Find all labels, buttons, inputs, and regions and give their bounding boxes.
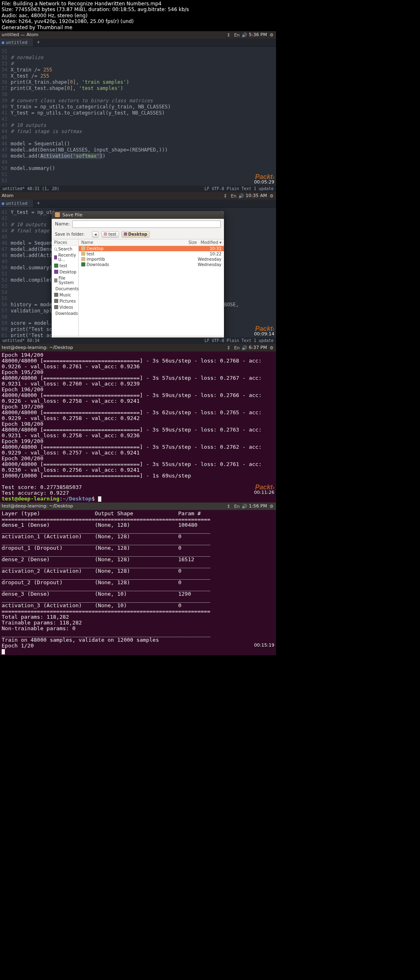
- clock: 5:36 PM: [249, 32, 267, 37]
- place-item[interactable]: Recently U…: [52, 252, 78, 263]
- place-item[interactable]: Pictures: [52, 298, 78, 304]
- frame-timestamp: 00:09:14: [254, 331, 274, 337]
- col-name[interactable]: Name: [81, 240, 180, 245]
- keyboard-icon: En: [234, 32, 239, 37]
- status-right: LF UTF-8 Plain Text 1 update: [204, 338, 274, 343]
- thumbnail-2: Atom ↕ En 🔊 10:35 AM ⚙ untitled + 41 42 …: [0, 192, 276, 344]
- gear-icon: ⚙: [269, 32, 274, 37]
- file-browser: Places SearchRecently U…testDesktopFile …: [52, 239, 224, 336]
- window-title: untitled — Atom: [2, 32, 227, 37]
- tab-bar: untitled +: [0, 39, 276, 47]
- atom-editor: untitled + 41 42 43 44 45 46 47 48 49 50…: [0, 200, 276, 344]
- meta-file: File: Building a Network to Recognize Ha…: [2, 1, 418, 7]
- file-row[interactable]: test10:22: [79, 251, 224, 257]
- status-bar: untitled* 48:31 (1, 20) LF UTF-8 Plain T…: [0, 186, 276, 192]
- new-tab-button[interactable]: +: [34, 38, 43, 46]
- window-title: test@deep-learning: ~/Desktop: [2, 345, 227, 350]
- gear-icon: ⚙: [269, 345, 274, 350]
- sound-icon: 🔊: [238, 193, 243, 198]
- file-metadata: File: Building a Network to Recognize Ha…: [0, 0, 420, 31]
- tray-icons: ↕ En 🔊 10:35 AM ⚙: [224, 193, 274, 198]
- sound-icon: 🔊: [242, 345, 247, 350]
- save-file-dialog: Save File Name: Save in folder: ◂ test D…: [52, 211, 224, 349]
- gear-icon: ⚙: [269, 504, 274, 508]
- folder-label: Save in folder:: [55, 232, 84, 236]
- window-title: test@deep-learning: ~/Desktop: [2, 503, 227, 509]
- indicator-icon: ↕: [227, 32, 232, 37]
- clock: 6:37 PM: [249, 345, 267, 350]
- place-item[interactable]: Music: [52, 292, 78, 298]
- name-label: Name:: [55, 221, 70, 227]
- keyboard-icon: En: [234, 504, 239, 508]
- place-item[interactable]: Videos: [52, 304, 78, 310]
- clock: 1:56 PM: [249, 503, 267, 509]
- line-gutter: 41 42 43 44 45 46 47 48 49 50 51 52 53 5…: [0, 209, 11, 339]
- window-topbar: test@deep-learning: ~/Desktop ↕ En 🔊 1:5…: [0, 503, 276, 510]
- window-topbar: test@deep-learning: ~/Desktop ↕ En 🔊 6:3…: [0, 344, 276, 351]
- file-row[interactable]: importlibWednesday: [79, 257, 224, 262]
- gear-icon: ⚙: [269, 193, 274, 198]
- clock: 10:35 AM: [246, 193, 267, 198]
- indicator-icon: ↕: [227, 504, 232, 508]
- line-gutter: 31 32 33 34 35 36 37 38 39 40 41 42 43 4…: [0, 48, 11, 184]
- place-item[interactable]: File System: [52, 275, 78, 286]
- meta-video: Video: h264, yuv420p, 1920x1080, 25.00 f…: [2, 18, 418, 24]
- tab-bar: untitled +: [0, 200, 276, 208]
- tab-untitled[interactable]: untitled: [0, 39, 34, 46]
- keyboard-icon: En: [234, 345, 239, 350]
- path-crumb-desktop[interactable]: Desktop: [121, 231, 150, 237]
- window-title: Atom: [2, 193, 224, 198]
- places-header: Places: [52, 239, 78, 246]
- keyboard-icon: En: [231, 193, 236, 198]
- new-tab-button[interactable]: +: [34, 199, 43, 207]
- folder-row: Save in folder: ◂ test Desktop: [52, 230, 224, 239]
- sound-icon: 🔊: [242, 32, 247, 37]
- tray-icons: ↕ En 🔊 5:36 PM ⚙: [227, 32, 274, 37]
- path-crumb-home[interactable]: ◂: [92, 231, 99, 237]
- status-bar: untitled* 60:34 LF UTF-8 Plain Text 1 up…: [0, 337, 276, 344]
- col-modified[interactable]: Modified ▾: [197, 240, 221, 245]
- tab-untitled[interactable]: untitled: [0, 200, 34, 207]
- places-sidebar: Places SearchRecently U…testDesktopFile …: [52, 239, 79, 336]
- terminal-output[interactable]: Layer (type) Output Shape Param # ======…: [0, 510, 276, 655]
- meta-size: Size: 77455063 bytes (73.87 MiB), durati…: [2, 7, 418, 12]
- file-list: Name Size Modified ▾ Desktop10:31test10:…: [79, 239, 224, 336]
- editor-pane[interactable]: 31 32 33 34 35 36 37 38 39 40 41 42 43 4…: [0, 47, 276, 186]
- place-item[interactable]: test: [52, 263, 78, 269]
- frame-timestamp: 00:11:26: [254, 490, 274, 495]
- sound-icon: 🔊: [242, 504, 247, 508]
- file-row[interactable]: Desktop10:31: [79, 246, 224, 251]
- tray-icons: ↕ En 🔊 1:56 PM ⚙: [227, 503, 274, 509]
- thumbnail-1: untitled — Atom ↕ En 🔊 5:36 PM ⚙ untitle…: [0, 31, 276, 192]
- frame-timestamp: 00:05:29: [254, 179, 274, 185]
- file-row[interactable]: DownloadsWednesday: [79, 262, 224, 267]
- save-icon: [55, 212, 60, 217]
- place-item[interactable]: Desktop: [52, 269, 78, 275]
- indicator-icon: ↕: [224, 193, 228, 198]
- status-left: untitled* 48:31 (1, 20): [2, 186, 59, 191]
- dialog-titlebar: Save File: [52, 211, 224, 219]
- place-item[interactable]: Search: [52, 246, 78, 252]
- file-list-header: Name Size Modified ▾: [79, 239, 224, 246]
- frame-timestamp: 00:15:19: [254, 643, 274, 648]
- name-row: Name:: [52, 219, 224, 230]
- path-crumb-test[interactable]: test: [101, 231, 119, 237]
- meta-generated: Generated by Thumbnail me: [2, 25, 418, 30]
- place-item[interactable]: Downloads: [52, 310, 78, 317]
- thumbnail-4: test@deep-learning: ~/Desktop ↕ En 🔊 1:5…: [0, 503, 276, 655]
- window-topbar: untitled — Atom ↕ En 🔊 5:36 PM ⚙: [0, 31, 276, 39]
- code-content[interactable]: # normalize # X_train /= 255 X_test /= 2…: [11, 48, 276, 184]
- filename-input[interactable]: [72, 220, 221, 228]
- indicator-icon: ↕: [227, 345, 232, 350]
- tray-icons: ↕ En 🔊 6:37 PM ⚙: [227, 345, 274, 350]
- atom-editor: untitled + 31 32 33 34 35 36 37 38 39 40…: [0, 39, 276, 192]
- col-size[interactable]: Size: [180, 240, 197, 245]
- dialog-title: Save File: [62, 212, 82, 218]
- thumbnail-3: test@deep-learning: ~/Desktop ↕ En 🔊 6:3…: [0, 344, 276, 503]
- status-right: LF UTF-8 Plain Text 1 update: [204, 186, 274, 191]
- place-item[interactable]: Documents: [52, 286, 78, 292]
- status-left: untitled* 60:34: [2, 338, 39, 343]
- window-topbar: Atom ↕ En 🔊 10:35 AM ⚙: [0, 192, 276, 200]
- meta-audio: Audio: aac, 48000 Hz, stereo (eng): [2, 13, 418, 18]
- terminal-output[interactable]: Epoch 194/200 48000/48000 [=============…: [0, 351, 276, 503]
